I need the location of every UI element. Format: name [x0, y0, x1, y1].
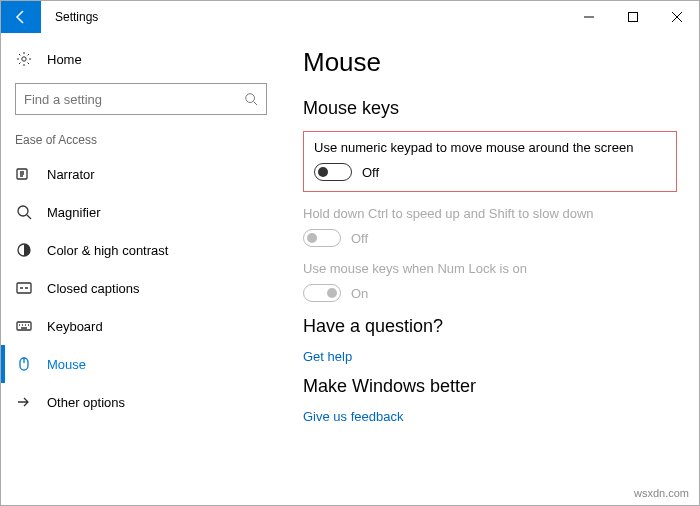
maximize-icon: [628, 12, 638, 22]
minimize-button[interactable]: [567, 1, 611, 33]
feedback-heading: Make Windows better: [303, 376, 677, 397]
watermark: wsxdn.com: [634, 487, 689, 499]
toggle-num-lock: [303, 284, 341, 302]
sidebar-item-narrator[interactable]: Narrator: [1, 155, 281, 193]
question-heading: Have a question?: [303, 316, 677, 337]
contrast-icon: [15, 241, 33, 259]
back-button[interactable]: [1, 1, 41, 33]
sidebar-item-label: Magnifier: [47, 205, 100, 220]
minimize-icon: [584, 12, 594, 22]
sidebar-item-label: Closed captions: [47, 281, 140, 296]
sidebar-item-keyboard[interactable]: Keyboard: [1, 307, 281, 345]
magnifier-icon: [15, 203, 33, 221]
page-title: Mouse: [303, 47, 677, 78]
sidebar-item-label: Narrator: [47, 167, 95, 182]
narrator-icon: [15, 165, 33, 183]
home-button[interactable]: Home: [1, 43, 281, 75]
setting-num-lock: Use mouse keys when Num Lock is on On: [303, 261, 677, 302]
svg-point-4: [18, 206, 28, 216]
sidebar-item-label: Color & high contrast: [47, 243, 168, 258]
keyboard-icon: [15, 317, 33, 335]
highlighted-setting: Use numeric keypad to move mouse around …: [303, 131, 677, 192]
titlebar: Settings: [1, 1, 699, 33]
svg-rect-7: [17, 322, 31, 330]
toggle-knob: [307, 233, 317, 243]
sidebar-item-mouse[interactable]: Mouse: [1, 345, 281, 383]
svg-point-2: [246, 94, 255, 103]
toggle-numeric-keypad[interactable]: [314, 163, 352, 181]
maximize-button[interactable]: [611, 1, 655, 33]
sidebar-item-label: Mouse: [47, 357, 86, 372]
sidebar-item-color-contrast[interactable]: Color & high contrast: [1, 231, 281, 269]
search-icon: [244, 92, 258, 106]
home-label: Home: [47, 52, 82, 67]
svg-rect-6: [17, 283, 31, 293]
section-heading-mouse-keys: Mouse keys: [303, 98, 677, 119]
get-help-link[interactable]: Get help: [303, 349, 677, 364]
sidebar: Home Ease of Access Narrator Magnifier C…: [1, 33, 281, 505]
toggle-state: On: [351, 286, 368, 301]
toggle-state: Off: [351, 231, 368, 246]
setting-ctrl-shift: Hold down Ctrl to speed up and Shift to …: [303, 206, 677, 247]
main-content: Mouse Mouse keys Use numeric keypad to m…: [281, 33, 699, 505]
sidebar-item-label: Keyboard: [47, 319, 103, 334]
setting-num-lock-label: Use mouse keys when Num Lock is on: [303, 261, 677, 276]
search-box[interactable]: [15, 83, 267, 115]
sidebar-item-other-options[interactable]: Other options: [1, 383, 281, 421]
section-label: Ease of Access: [1, 129, 281, 155]
svg-point-1: [22, 57, 26, 61]
sidebar-item-magnifier[interactable]: Magnifier: [1, 193, 281, 231]
arrow-left-icon: [13, 9, 29, 25]
window-controls: [567, 1, 699, 33]
toggle-state: Off: [362, 165, 379, 180]
gear-icon: [15, 51, 33, 67]
svg-rect-0: [629, 13, 638, 22]
setting-ctrl-shift-label: Hold down Ctrl to speed up and Shift to …: [303, 206, 677, 221]
give-feedback-link[interactable]: Give us feedback: [303, 409, 677, 424]
mouse-icon: [15, 355, 33, 373]
close-button[interactable]: [655, 1, 699, 33]
captions-icon: [15, 279, 33, 297]
toggle-ctrl-shift: [303, 229, 341, 247]
sidebar-item-closed-captions[interactable]: Closed captions: [1, 269, 281, 307]
arrow-icon: [15, 393, 33, 411]
close-icon: [672, 12, 682, 22]
search-input[interactable]: [24, 92, 244, 107]
window-title: Settings: [55, 10, 98, 24]
setting-numeric-keypad-label: Use numeric keypad to move mouse around …: [314, 140, 666, 155]
toggle-knob: [327, 288, 337, 298]
sidebar-item-label: Other options: [47, 395, 125, 410]
toggle-knob: [318, 167, 328, 177]
